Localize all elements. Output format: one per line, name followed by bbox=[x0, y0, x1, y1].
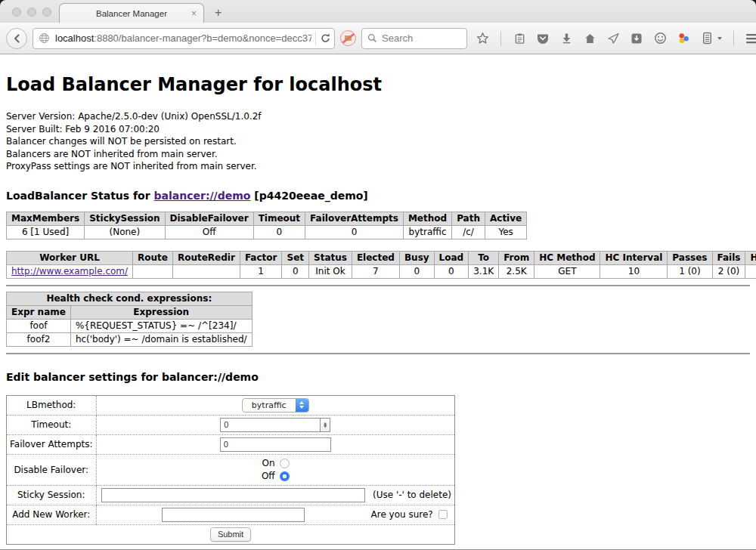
tab-balancer-manager[interactable]: Balancer Manager × bbox=[59, 3, 204, 23]
table-row: foof2 hc('body') =~ /domain is establish… bbox=[7, 332, 253, 346]
minimize-window-button[interactable] bbox=[27, 8, 36, 17]
zoom-window-button[interactable] bbox=[42, 8, 51, 17]
navigation-toolbar: localhost:8880/balancer-manager?b=demo&n… bbox=[0, 23, 756, 54]
cell: GET bbox=[534, 264, 600, 278]
col-header: FailoverAttempts bbox=[305, 212, 404, 225]
search-bar[interactable] bbox=[361, 28, 467, 49]
disable-failover-off-radio[interactable] bbox=[280, 471, 290, 481]
cell bbox=[745, 264, 756, 278]
add-worker-input[interactable] bbox=[162, 508, 305, 522]
balancer-demo-link[interactable]: balancer://demo bbox=[154, 190, 251, 202]
add-worker-label: Add New Worker: bbox=[7, 505, 97, 524]
server-built-line: Server Built: Feb 9 2016 07:00:20 bbox=[6, 123, 750, 136]
worker-table: Worker URL Route RouteRedir Factor Set S… bbox=[6, 251, 756, 279]
cell: /c/ bbox=[452, 225, 485, 239]
col-header: Timeout bbox=[253, 212, 305, 225]
cell bbox=[133, 264, 173, 278]
new-tab-button[interactable]: + bbox=[215, 6, 222, 20]
failover-attempts-input[interactable] bbox=[220, 437, 331, 452]
worker-url-cell: http://www.example.com/ bbox=[7, 264, 133, 278]
box-download-icon[interactable] bbox=[630, 32, 643, 45]
form-row-failover-attempts: Failover Attempts: bbox=[7, 434, 455, 454]
form-row-timeout: Timeout: ▲▼ bbox=[7, 415, 455, 434]
colored-dots-extension-icon[interactable] bbox=[677, 32, 690, 45]
col-header: Elected bbox=[352, 251, 399, 264]
back-arrow-icon bbox=[11, 33, 22, 44]
cell: Init Ok bbox=[309, 264, 352, 278]
number-stepper-icon[interactable]: ▲▼ bbox=[320, 418, 330, 432]
col-header: Path bbox=[452, 212, 485, 225]
cell: 1 bbox=[240, 264, 282, 278]
downloads-icon[interactable] bbox=[559, 32, 573, 45]
col-header: StickySession bbox=[85, 212, 165, 225]
col-header: HC Interval bbox=[600, 251, 668, 264]
form-row-lbmethod: LBmethod: bytraffic bbox=[7, 395, 455, 415]
globe-icon bbox=[39, 32, 50, 44]
expr-name-cell: foof bbox=[7, 319, 71, 332]
cell: Yes bbox=[485, 225, 526, 239]
col-header: Fails bbox=[712, 251, 745, 264]
col-header: Expr name bbox=[7, 305, 71, 319]
form-row-add-worker: Add New Worker: Are you sure? bbox=[7, 505, 455, 524]
close-window-button[interactable] bbox=[12, 8, 21, 17]
disable-failover-label: Disable Failover: bbox=[7, 454, 97, 485]
timeout-input[interactable] bbox=[220, 418, 320, 432]
cell: 6 [1 Used] bbox=[7, 225, 85, 239]
pocket-icon[interactable] bbox=[536, 32, 550, 45]
table-row: http://www.example.com/ 1 0 Init Ok 7 0 … bbox=[7, 264, 756, 278]
table-header-row: Health check cond. expressions: bbox=[7, 292, 253, 305]
url-text[interactable]: localhost:8880/balancer-manager?b=demo&n… bbox=[55, 32, 311, 44]
tab-close-icon[interactable]: × bbox=[191, 9, 197, 18]
form-row-disable-failover: Disable Failover: On Off bbox=[7, 454, 455, 485]
are-you-sure-checkbox[interactable] bbox=[438, 510, 448, 519]
radio-on-label: On bbox=[262, 458, 275, 468]
search-input[interactable] bbox=[382, 32, 457, 44]
expr-name-cell: foof2 bbox=[7, 332, 71, 346]
lbmethod-label: LBmethod: bbox=[7, 395, 97, 415]
reload-icon[interactable] bbox=[320, 32, 331, 44]
menu-icon[interactable] bbox=[745, 32, 756, 45]
failover-attempts-label: Failover Attempts: bbox=[7, 434, 97, 454]
edit-balancer-form: LBmethod: bytraffic Timeout: ▲▼ bbox=[6, 395, 455, 545]
cell: 3.1K bbox=[469, 264, 499, 278]
url-bar[interactable]: localhost:8880/balancer-manager?b=demo&n… bbox=[33, 28, 335, 49]
back-button[interactable] bbox=[6, 28, 27, 49]
lbmethod-select[interactable]: bytraffic bbox=[242, 398, 309, 412]
cell: 7 bbox=[352, 264, 399, 278]
balancer-status-heading: LoadBalancer Status for balancer://demo … bbox=[6, 190, 750, 202]
cell: 0 bbox=[399, 264, 434, 278]
lbmethod-selected-value: bytraffic bbox=[243, 399, 296, 412]
select-stepper-icon bbox=[296, 399, 308, 412]
send-icon[interactable] bbox=[606, 32, 620, 45]
col-header: Set bbox=[282, 251, 309, 264]
browser-window: Balancer Manager × + localhost:8880/bala… bbox=[0, 0, 756, 550]
cell: Off bbox=[165, 225, 253, 239]
bookmark-star-icon[interactable] bbox=[476, 32, 489, 45]
table-header-row: Worker URL Route RouteRedir Factor Set S… bbox=[7, 251, 756, 264]
reading-list-icon[interactable] bbox=[513, 32, 526, 45]
smiley-icon[interactable] bbox=[653, 32, 667, 45]
edit-settings-heading: Edit balancer settings for balancer://de… bbox=[6, 371, 750, 383]
expression-cell: hc('body') =~ /domain is established/ bbox=[70, 332, 252, 346]
content-blocked-icon[interactable] bbox=[340, 30, 356, 46]
cell: 0 bbox=[434, 264, 469, 278]
toolbar-icons bbox=[476, 31, 756, 46]
col-header: To bbox=[469, 251, 499, 264]
submit-button[interactable]: Submit bbox=[210, 527, 251, 542]
separator bbox=[6, 285, 750, 286]
col-header: Route bbox=[133, 251, 173, 264]
sticky-session-input[interactable] bbox=[101, 488, 365, 502]
window-controls bbox=[12, 8, 51, 17]
col-header: Method bbox=[403, 212, 451, 225]
search-icon bbox=[367, 33, 377, 43]
container-extension-icon[interactable] bbox=[700, 32, 714, 45]
disable-failover-on-radio[interactable] bbox=[280, 459, 290, 468]
overflow-caret-icon[interactable] bbox=[717, 37, 722, 40]
worker-url-link[interactable]: http://www.example.com/ bbox=[11, 266, 128, 277]
radio-off-label: Off bbox=[262, 471, 275, 481]
sticky-session-label: Sticky Session: bbox=[7, 485, 97, 505]
tab-bar: Balancer Manager × + bbox=[0, 0, 756, 23]
col-header: Factor bbox=[240, 251, 282, 264]
home-icon[interactable] bbox=[583, 32, 596, 45]
col-header: Expression bbox=[70, 305, 252, 319]
